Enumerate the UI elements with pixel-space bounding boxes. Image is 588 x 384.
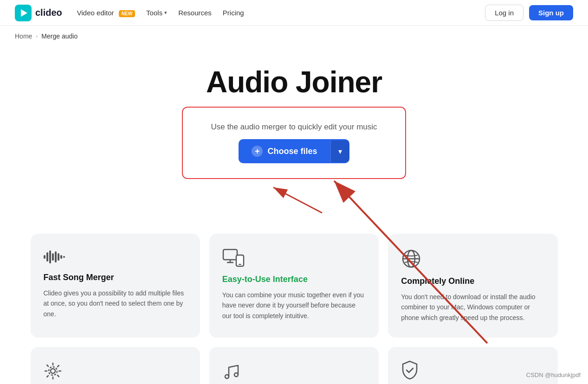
login-button[interactable]: Log in: [485, 5, 523, 21]
nav-links: Video editor NEW Tools ▾ Resources Prici…: [77, 9, 244, 17]
annotation-arrow: [248, 183, 341, 215]
globe-icon: [401, 249, 544, 269]
features-grid: Fast Song Merger Clideo gives you a poss…: [16, 224, 573, 347]
hero-section: Audio Joiner Use the audio merger to qui…: [0, 46, 588, 224]
signup-button[interactable]: Sign up: [529, 5, 573, 20]
nav-tools[interactable]: Tools ▾: [146, 9, 167, 17]
svg-point-21: [49, 367, 57, 375]
new-badge: NEW: [119, 10, 135, 17]
bottom-card-music: [209, 347, 379, 384]
nav-pricing[interactable]: Pricing: [223, 9, 244, 17]
chevron-down-icon: ▾: [164, 10, 167, 16]
gear-icon: [44, 362, 62, 380]
page-title: Audio Joiner: [206, 65, 382, 99]
nav-resources[interactable]: Resources: [178, 9, 212, 17]
svg-line-3: [273, 187, 322, 213]
breadcrumb-home[interactable]: Home: [15, 32, 32, 40]
feature-desc-fast-merger: Clideo gives you a possibility to add mu…: [44, 288, 187, 319]
svg-rect-6: [49, 250, 51, 263]
svg-rect-7: [52, 253, 54, 261]
plus-icon: +: [252, 146, 263, 157]
bottom-card-shield: [388, 347, 557, 384]
svg-rect-4: [44, 255, 45, 259]
upload-box: Use the audio merger to quickly edit you…: [182, 107, 406, 179]
feature-card-fast-merger: Fast Song Merger Clideo gives you a poss…: [31, 234, 200, 338]
svg-rect-5: [46, 252, 48, 262]
svg-point-20: [51, 369, 55, 373]
chevron-down-icon: ▾: [338, 147, 342, 156]
music-note-icon: [222, 362, 240, 380]
choose-files-main: + Choose files: [239, 139, 330, 163]
bottom-card-gear: [31, 347, 200, 384]
feature-card-online: Completely Online You don't need to down…: [388, 234, 557, 338]
feature-desc-easy-interface: You can combine your music together even…: [222, 290, 366, 321]
feature-title-fast-merger: Fast Song Merger: [44, 273, 187, 282]
navbar: clideo Video editor NEW Tools ▾ Resource…: [0, 0, 588, 26]
svg-rect-12: [223, 250, 237, 260]
choose-files-label: Choose files: [267, 147, 317, 156]
feature-title-online: Completely Online: [401, 276, 544, 286]
choose-files-button[interactable]: + Choose files ▾: [239, 139, 349, 163]
feature-title-easy-interface: Easy-to-Use Interface: [222, 275, 366, 284]
waveform-icon: [44, 249, 187, 265]
svg-rect-9: [58, 253, 59, 261]
svg-rect-8: [55, 251, 57, 262]
logo[interactable]: clideo: [15, 5, 62, 21]
upload-subtitle: Use the audio merger to quickly edit you…: [211, 122, 377, 132]
nav-video-editor[interactable]: Video editor NEW: [77, 9, 135, 17]
breadcrumb: Home › Merge audio: [0, 26, 588, 46]
breadcrumb-current: Merge audio: [41, 32, 78, 40]
shield-icon: [401, 360, 419, 380]
watermark: CSDN @hudunkjpdf: [526, 371, 581, 378]
svg-rect-11: [63, 256, 65, 258]
logo-text: clideo: [35, 7, 62, 18]
feature-card-easy-interface: Easy-to-Use Interface You can combine yo…: [209, 234, 379, 338]
svg-point-22: [225, 375, 229, 378]
annotation-arrow-container: [248, 183, 341, 215]
breadcrumb-separator: ›: [36, 33, 38, 39]
feature-desc-online: You don't need to download or install th…: [401, 292, 544, 323]
choose-files-dropdown[interactable]: ▾: [330, 141, 349, 162]
monitor-devices-icon: [222, 249, 366, 267]
navbar-left: clideo Video editor NEW Tools ▾ Resource…: [15, 5, 244, 21]
bottom-cards-row: [16, 347, 573, 384]
svg-point-23: [234, 373, 238, 377]
svg-rect-10: [60, 255, 62, 259]
navbar-right: Log in Sign up: [485, 5, 573, 21]
